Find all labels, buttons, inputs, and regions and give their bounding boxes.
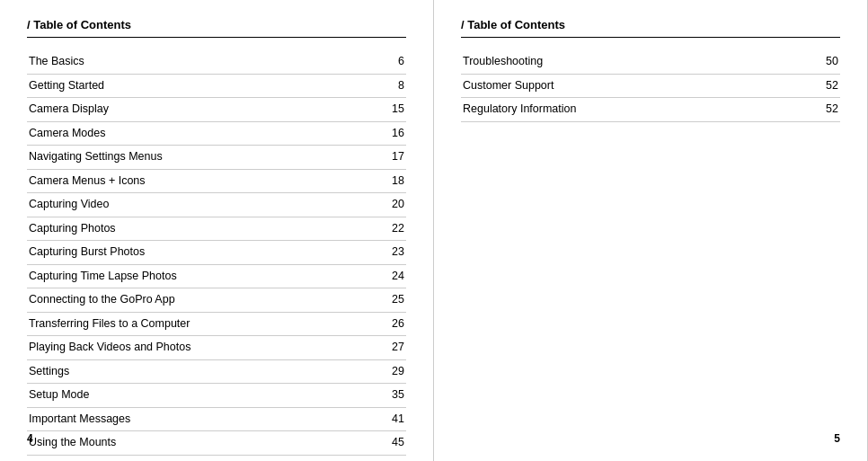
toc-item-page: 41 [353,407,406,431]
toc-item-label: Capturing Photos [27,217,353,241]
toc-item-label: Capturing Video [27,193,353,217]
table-row: Transferring Files to a Computer 26 [27,312,406,336]
toc-item-label: The Basics [27,50,353,74]
left-page-header: / Table of Contents [27,18,406,38]
toc-item-label: Battery [27,455,353,461]
table-row: Connecting to the GoPro App 25 [27,288,406,313]
table-row: Navigating Settings Menus 17 [27,146,406,170]
toc-item-label: Capturing Time Lapse Photos [27,264,353,288]
toc-item-label: Customer Support [461,74,769,98]
right-page: / Table of Contents Troubleshooting 50 C… [434,0,868,461]
toc-item-page: 18 [353,169,406,193]
table-row: Getting Started 8 [27,74,406,98]
toc-item-label: Camera Display [27,98,353,122]
table-row: Camera Modes 16 [27,121,406,146]
table-row: Regulatory Information 52 [461,98,840,122]
table-row: Important Messages 41 [27,407,406,431]
right-toc-table: Troubleshooting 50 Customer Support 52 R… [461,50,840,122]
toc-item-page: 45 [353,431,406,456]
toc-item-page: 16 [353,121,406,146]
toc-item-page: 35 [353,384,406,408]
toc-item-page: 22 [353,217,406,241]
toc-item-page: 17 [353,146,406,170]
right-page-header: / Table of Contents [461,18,840,38]
table-row: Battery 18 [27,455,406,461]
toc-item-page: 26 [353,312,406,336]
toc-item-label: Regulatory Information [461,98,769,122]
toc-item-page: 29 [353,359,406,384]
toc-item-label: Using the Mounts [27,431,353,456]
toc-item-label: Navigating Settings Menus [27,146,353,170]
toc-item-label: Camera Modes [27,121,353,146]
toc-item-label: Setup Mode [27,384,353,408]
left-page-number: 4 [27,432,33,445]
toc-item-page: 18 [353,455,406,461]
table-row: The Basics 6 [27,50,406,74]
table-row: Capturing Burst Photos 23 [27,241,406,265]
toc-item-label: Settings [27,359,353,384]
left-toc-table: The Basics 6 Getting Started 8 Camera Di… [27,50,406,461]
table-row: Camera Menus + Icons 18 [27,169,406,193]
table-row: Playing Back Videos and Photos 27 [27,336,406,360]
table-row: Capturing Video 20 [27,193,406,217]
toc-item-label: Playing Back Videos and Photos [27,336,353,360]
toc-item-page: 20 [353,193,406,217]
toc-item-label: Important Messages [27,407,353,431]
toc-item-label: Transferring Files to a Computer [27,312,353,336]
table-row: Capturing Time Lapse Photos 24 [27,264,406,288]
toc-item-page: 27 [353,336,406,360]
toc-item-label: Capturing Burst Photos [27,241,353,265]
table-row: Troubleshooting 50 [461,50,840,74]
toc-item-page: 50 [769,50,840,74]
toc-item-page: 6 [353,50,406,74]
table-row: Camera Display 15 [27,98,406,122]
toc-item-label: Troubleshooting [461,50,769,74]
table-row: Settings 29 [27,359,406,384]
toc-item-label: Connecting to the GoPro App [27,288,353,313]
toc-item-page: 24 [353,264,406,288]
toc-item-label: Camera Menus + Icons [27,169,353,193]
table-row: Using the Mounts 45 [27,431,406,456]
toc-item-page: 52 [769,98,840,122]
toc-item-page: 23 [353,241,406,265]
table-row: Capturing Photos 22 [27,217,406,241]
table-row: Setup Mode 35 [27,384,406,408]
toc-item-page: 15 [353,98,406,122]
right-page-number: 5 [834,432,840,445]
toc-item-label: Getting Started [27,74,353,98]
toc-item-page: 25 [353,288,406,313]
table-row: Customer Support 52 [461,74,840,98]
toc-item-page: 8 [353,74,406,98]
left-page: / Table of Contents The Basics 6 Getting… [0,0,434,461]
toc-item-page: 52 [769,74,840,98]
